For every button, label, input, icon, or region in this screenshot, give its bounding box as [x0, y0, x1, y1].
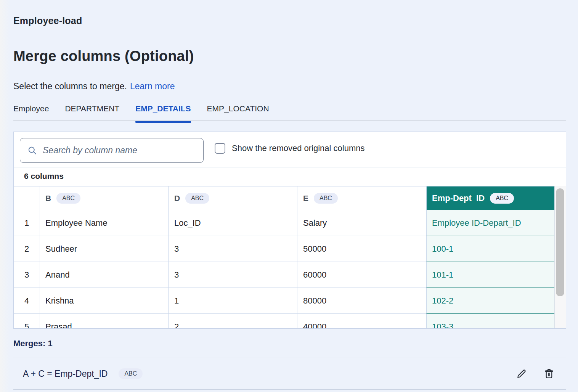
tab-department[interactable]: DEPARTMENT [65, 104, 119, 122]
column-letter: E [303, 194, 308, 203]
column-header-d[interactable]: D ABC [168, 186, 297, 210]
search-icon [27, 145, 37, 156]
column-letter: Emp-Dept_ID [432, 193, 485, 203]
row-number: 3 [14, 262, 40, 288]
table-cell: Employee Name [40, 210, 168, 236]
panel-divider [14, 167, 566, 167]
table-scrollbar[interactable] [554, 186, 566, 328]
delete-merge-button[interactable] [543, 368, 555, 380]
columns-panel: Show the removed original columns 6 colu… [13, 132, 566, 329]
table-cell-merged: 102-2 [426, 288, 554, 314]
type-badge: ABC [490, 193, 514, 204]
learn-more-link[interactable]: Learn more [130, 81, 175, 91]
table-cell: 50000 [297, 236, 426, 262]
table-cell: Krishna [40, 288, 168, 314]
row-number: 2 [14, 236, 40, 262]
table-cell: 1 [168, 288, 297, 314]
table-cell: Prasad [40, 314, 168, 329]
table-cell: Sudheer [40, 236, 168, 262]
subtitle-text: Select the columns to merge. [13, 81, 127, 91]
table-cell: Anand [40, 262, 168, 288]
tab-emp-details[interactable]: EMP_DETAILS [135, 104, 191, 122]
show-removed-row: Show the removed original columns [215, 143, 365, 154]
show-removed-checkbox[interactable] [215, 143, 225, 154]
trash-icon [543, 368, 555, 379]
table-cell: 3 [168, 262, 297, 288]
table-cell: 60000 [297, 262, 426, 288]
corner-cell [14, 186, 40, 210]
columns-preview-table: B ABC D ABC E ABC Emp-Dept_ID ABC 1 Empl… [14, 186, 554, 329]
tab-emp-location[interactable]: EMP_LOCATION [207, 104, 269, 122]
table-header-row: B ABC D ABC E ABC Emp-Dept_ID ABC [14, 186, 554, 210]
search-input[interactable] [43, 145, 198, 156]
table-row: 4 Krishna 1 80000 102-2 [14, 288, 554, 314]
app-title: Employee-load [13, 15, 82, 26]
column-count: 6 columns [24, 172, 64, 181]
search-box[interactable] [20, 138, 204, 163]
search-row: Show the removed original columns [14, 132, 566, 167]
column-header-emp-dept-id[interactable]: Emp-Dept_ID ABC [426, 186, 554, 210]
merge-actions [515, 368, 555, 380]
edit-merge-button[interactable] [515, 368, 528, 380]
type-badge: ABC [56, 193, 80, 204]
table-cell-merged: Employee ID-Depart_ID [426, 210, 554, 236]
table-cell-merged: 101-1 [426, 262, 554, 288]
table-cell: 3 [168, 236, 297, 262]
table-row: 1 Employee Name Loc_ID Salary Employee I… [14, 210, 554, 236]
type-badge: ABC [185, 193, 209, 204]
row-number: 1 [14, 210, 40, 236]
column-header-b[interactable]: B ABC [40, 186, 168, 210]
tab-employee[interactable]: Employee [13, 104, 49, 122]
table-cell-merged: 103-3 [426, 314, 554, 329]
table-cell-merged: 100-1 [426, 236, 554, 262]
table-cell: 2 [168, 314, 297, 329]
table-row: 5 Prasad 2 40000 103-3 [14, 314, 554, 329]
column-letter: B [45, 194, 51, 203]
table-cell: 80000 [297, 288, 426, 314]
scrollbar-thumb[interactable] [556, 188, 564, 296]
column-header-e[interactable]: E ABC [297, 186, 426, 210]
tabs-divider [13, 120, 566, 121]
page-title: Merge columns (Optional) [13, 48, 194, 64]
pencil-icon [516, 368, 527, 379]
merge-list-item: A + C = Emp-Dept_ID ABC [13, 358, 566, 389]
type-badge: ABC [314, 193, 338, 204]
table-row: 3 Anand 3 60000 101-1 [14, 262, 554, 288]
merge-expression: A + C = Emp-Dept_ID [23, 369, 108, 379]
page-subtitle: Select the columns to merge.Learn more [13, 81, 175, 92]
table-row: 2 Sudheer 3 50000 100-1 [14, 236, 554, 262]
type-badge: ABC [119, 368, 143, 379]
table-cell: 40000 [297, 314, 426, 329]
merge-list-divider [13, 389, 566, 390]
row-number: 5 [14, 314, 40, 329]
row-number: 4 [14, 288, 40, 314]
dataset-tabs: Employee DEPARTMENT EMP_DETAILS EMP_LOCA… [13, 104, 269, 122]
table-cell: Salary [297, 210, 426, 236]
left-edge-fade [0, 0, 10, 392]
merges-count-title: Merges: 1 [13, 339, 53, 349]
show-removed-label: Show the removed original columns [232, 143, 365, 153]
table-cell: Loc_ID [168, 210, 297, 236]
column-letter: D [174, 194, 180, 203]
